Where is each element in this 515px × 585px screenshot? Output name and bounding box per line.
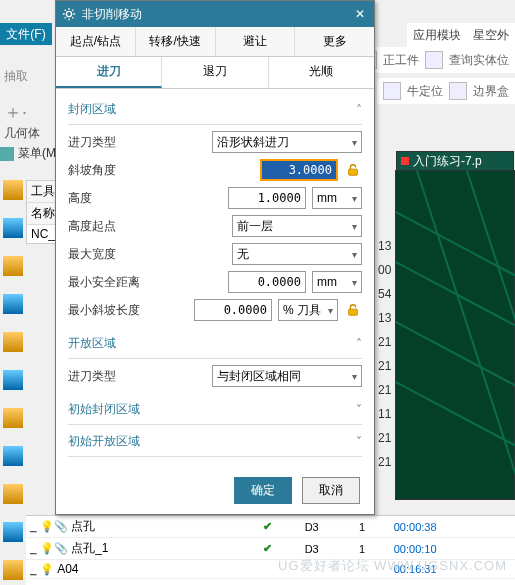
dialog-title: 非切削移动 [82, 6, 142, 23]
min-safe-label: 最小安全距离 [68, 274, 222, 291]
table-row[interactable]: ⎯ 💡📎 点孔✔D3100:00:38 [26, 516, 515, 538]
max-width-label: 最大宽度 [68, 246, 226, 263]
plus-icon[interactable]: ＋· [4, 100, 27, 124]
height-label: 高度 [68, 190, 222, 207]
left-ico-9[interactable] [3, 484, 23, 504]
height-unit[interactable]: mm▾ [312, 187, 362, 209]
file-menu-button[interactable]: 文件(F) [0, 23, 52, 45]
tab-more[interactable]: 更多 [295, 27, 374, 56]
ok-button[interactable]: 确定 [234, 477, 292, 504]
toolbar-row1: 正工件 查询实体位 [353, 47, 515, 73]
feed-type-label: 进刀类型 [68, 134, 206, 151]
chevron-down-icon: ▾ [352, 137, 357, 148]
pos-label: 牛定位 [407, 83, 443, 100]
height-input[interactable]: 1.0000 [228, 187, 306, 209]
chevron-down-icon: ˅ [356, 403, 362, 417]
max-width-select[interactable]: 无▾ [232, 243, 362, 265]
left-ico-11[interactable] [3, 560, 23, 580]
ramp-angle-input[interactable]: 3.0000 [260, 159, 338, 181]
geom-label: 几何体 [4, 125, 40, 142]
cancel-button[interactable]: 取消 [302, 477, 360, 504]
bbox-label: 边界盒 [473, 83, 509, 100]
tab-smooth[interactable]: 光顺 [269, 57, 374, 88]
watermark: UG爱好者论坛 WWW.UGSNX.COM [278, 557, 507, 575]
find-solid-icon[interactable] [425, 51, 443, 69]
menu-bar[interactable]: 菜单(M [0, 145, 56, 162]
dialog-buttons: 确定 取消 [56, 467, 374, 514]
left-ico-5[interactable] [3, 332, 23, 352]
pin-icon [401, 157, 409, 165]
svg-point-0 [66, 11, 71, 16]
svg-rect-2 [349, 309, 358, 315]
min-ramp-input[interactable]: 0.0000 [194, 299, 272, 321]
close-icon[interactable]: ✕ [352, 7, 368, 21]
lock-icon[interactable] [344, 161, 362, 179]
chevron-up-icon: ˄ [356, 103, 362, 117]
svg-rect-1 [349, 169, 358, 175]
tab-avoid[interactable]: 避让 [216, 27, 296, 56]
left-ico-2[interactable] [3, 218, 23, 238]
graphics-view[interactable]: 入门练习-7.p [395, 170, 515, 500]
left-ico-10[interactable] [3, 522, 23, 542]
left-ico-7[interactable] [3, 408, 23, 428]
tab-engage[interactable]: 进刀 [56, 57, 162, 88]
bbox-icon[interactable] [449, 82, 467, 100]
lock-icon[interactable] [344, 301, 362, 319]
height-start-label: 高度起点 [68, 218, 226, 235]
dialog-titlebar[interactable]: 非切削移动 ✕ [56, 1, 374, 27]
menu-icon [0, 147, 14, 161]
tab-transfer[interactable]: 转移/快速 [136, 27, 216, 56]
noncut-move-dialog: 非切削移动 ✕ 起点/钻点 转移/快速 避让 更多 进刀 退刀 光顺 封闭区域˄… [55, 0, 375, 515]
section-init-open[interactable]: 初始开放区域˅ [68, 429, 362, 454]
open-type-select[interactable]: 与封闭区域相同▾ [212, 365, 362, 387]
tab-retract[interactable]: 退刀 [162, 57, 268, 88]
toolbar-row2: 牛定位 边界盒 [377, 78, 515, 104]
left-icon-bar [3, 180, 25, 585]
fit-label: 正工件 [383, 52, 419, 69]
tab-star[interactable]: 星空外 [473, 27, 509, 44]
feed-type-select[interactable]: 沿形状斜进刀▾ [212, 131, 362, 153]
position-icon[interactable] [383, 82, 401, 100]
ramp-angle-label: 斜坡角度 [68, 162, 254, 179]
gear-icon [62, 7, 76, 21]
tab-start[interactable]: 起点/钻点 [56, 27, 136, 56]
left-ico-3[interactable] [3, 256, 23, 276]
section-open[interactable]: 开放区域˄ [68, 331, 362, 356]
menu-label: 菜单(M [18, 145, 56, 162]
dialog-tabrow1: 起点/钻点 转移/快速 避让 更多 [56, 27, 374, 57]
min-safe-input[interactable]: 0.0000 [228, 271, 306, 293]
section-closed[interactable]: 封闭区域˄ [68, 97, 362, 122]
extract-label: 抽取 [4, 68, 44, 85]
min-ramp-label: 最小斜坡长度 [68, 302, 188, 319]
min-safe-unit[interactable]: mm▾ [312, 271, 362, 293]
graphics-tab[interactable]: 入门练习-7.p [396, 151, 514, 171]
left-ico-4[interactable] [3, 294, 23, 314]
app-top-tabs: 应用模块 星空外 [407, 23, 515, 48]
height-start-select[interactable]: 前一层▾ [232, 215, 362, 237]
left-ico-1[interactable] [3, 180, 23, 200]
section-init-closed[interactable]: 初始封闭区域˅ [68, 397, 362, 422]
dialog-body: 封闭区域˄ 进刀类型 沿形状斜进刀▾ 斜坡角度 3.0000 高度 1.0000… [56, 89, 374, 467]
dialog-tabrow2: 进刀 退刀 光顺 [56, 57, 374, 89]
open-type-label: 进刀类型 [68, 368, 206, 385]
find-label: 查询实体位 [449, 52, 509, 69]
tab-app-module[interactable]: 应用模块 [413, 27, 461, 44]
min-ramp-unit[interactable]: % 刀具▾ [278, 299, 338, 321]
left-ico-6[interactable] [3, 370, 23, 390]
left-ico-8[interactable] [3, 446, 23, 466]
